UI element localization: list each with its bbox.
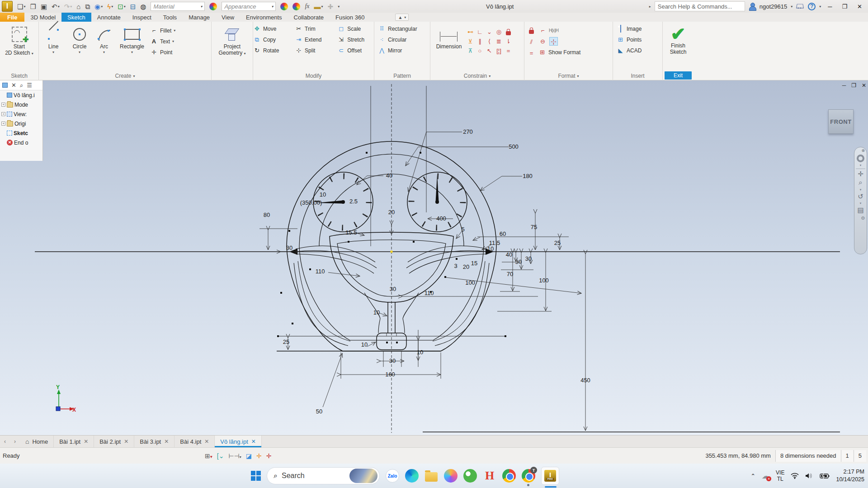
dimension-label[interactable]: 60: [500, 230, 506, 237]
username-label[interactable]: ngot29615: [760, 3, 787, 10]
format-equal-icon[interactable]: =: [527, 49, 536, 57]
home-button[interactable]: ⌂: [76, 3, 80, 10]
tab-fusion360[interactable]: Fusion 360: [330, 13, 370, 22]
sketch-point[interactable]: [366, 152, 368, 154]
dimension-label[interactable]: 30: [389, 357, 396, 364]
trim-button[interactable]: ✂Trim: [295, 24, 331, 33]
dimension-label[interactable]: 15: [471, 260, 477, 267]
orbit-icon[interactable]: ↺: [858, 193, 863, 201]
tab-bai1[interactable]: Bài 1.ipt✕: [54, 436, 94, 447]
sketch-point[interactable]: [456, 258, 458, 260]
dimension-label[interactable]: 10: [417, 349, 423, 356]
dimension-label[interactable]: 100: [465, 279, 475, 286]
dimension-label[interactable]: 30: [525, 255, 532, 262]
user-menu-arrow[interactable]: ▾: [791, 5, 793, 9]
sketch-point[interactable]: [444, 276, 446, 278]
dimension-label[interactable]: 80: [264, 211, 270, 218]
update-button[interactable]: ϟ▾: [107, 3, 113, 10]
red-h-app-icon[interactable]: H: [483, 469, 496, 483]
centerpoint-icon[interactable]: ⊖: [538, 37, 547, 46]
tab-collaborate[interactable]: Collaborate: [288, 13, 330, 22]
measure-button[interactable]: ⊟: [130, 3, 136, 10]
coincident-constraint-icon[interactable]: ⌄: [485, 28, 494, 36]
insert-acad-button[interactable]: ◣ACAD: [617, 46, 662, 55]
help-menu-arrow[interactable]: ▾: [819, 5, 821, 9]
adjust-color-icon[interactable]: [209, 3, 217, 10]
dimension-label[interactable]: 30: [286, 244, 292, 251]
windows-start-button[interactable]: [251, 471, 261, 481]
dimension-label[interactable]: 40: [506, 251, 512, 258]
browser-item-sketch[interactable]: Sketc: [0, 128, 42, 138]
sketch-point[interactable]: [288, 230, 290, 232]
dimension-display-icon[interactable]: ⊢⊣▾: [228, 452, 241, 460]
appearance-combobox[interactable]: Appearance▾: [222, 2, 276, 11]
copilot-app-icon[interactable]: [444, 469, 458, 483]
tab-view[interactable]: View: [216, 13, 240, 22]
show-all-constraints-icon[interactable]: ✛: [256, 452, 262, 460]
model-canvas[interactable]: 2705001804010(350.00)2.5208040015.575605…: [0, 80, 868, 435]
tangent-constraint-icon[interactable]: ○: [476, 47, 484, 55]
dimension-label[interactable]: 30: [390, 286, 396, 292]
dimension-label[interactable]: 270: [463, 128, 473, 135]
tab-tools[interactable]: Tools: [157, 13, 183, 22]
mirror-button[interactable]: ⋀Mirror: [378, 46, 430, 55]
search-expand-arrow[interactable]: ▸: [649, 5, 651, 9]
ground-constraint-icon[interactable]: ≣: [495, 37, 503, 46]
help-search-input[interactable]: Search Help & Commands...: [655, 1, 745, 11]
dimension-label[interactable]: 3: [454, 263, 457, 269]
origin-sketch-point[interactable]: [391, 251, 393, 253]
panel-label-exit[interactable]: Exit: [665, 71, 692, 80]
chrome-app-icon[interactable]: [502, 469, 516, 483]
hide-all-constraints-icon[interactable]: ✛: [266, 452, 272, 460]
auto-dimension-icon[interactable]: ⊷: [466, 28, 475, 36]
user-avatar-icon[interactable]: [749, 3, 756, 10]
file-explorer-icon[interactable]: [425, 469, 438, 483]
browser-menu-icon[interactable]: ☰: [27, 82, 32, 89]
parallel-constraint-icon[interactable]: ∥: [476, 37, 484, 46]
sketch-point[interactable]: [505, 335, 506, 337]
dimension-label[interactable]: 25: [283, 338, 289, 345]
dimension-label[interactable]: 400: [436, 215, 446, 222]
capture-button[interactable]: ⊡▾: [118, 3, 126, 10]
material-combobox[interactable]: Material▾: [151, 2, 205, 11]
navbar-close-icon[interactable]: ⊗: [861, 149, 865, 153]
insert-image-button[interactable]: Image: [617, 24, 662, 33]
rotate-button[interactable]: ↻Rotate: [253, 46, 288, 55]
constraint-settings-icon[interactable]: ⊼: [466, 47, 475, 55]
tab-close-icon[interactable]: ✕: [84, 438, 88, 445]
tab-vo-lang[interactable]: Vô lăng.ipt✕: [215, 436, 262, 447]
search-highlight-image[interactable]: [349, 469, 377, 483]
close-button[interactable]: ✕: [854, 3, 865, 10]
tab-bai2[interactable]: Bài 2.ipt✕: [94, 436, 134, 447]
dimension-label[interactable]: 20: [463, 263, 469, 270]
zalo-app-icon[interactable]: Zalo: [386, 469, 399, 483]
rectangular-pattern-button[interactable]: ⠿Rectangular: [378, 24, 430, 33]
browser-item-end-of-part[interactable]: ✕ End o: [0, 138, 42, 147]
dimension-label[interactable]: 10: [320, 191, 326, 198]
browser-item-view[interactable]: + View:: [0, 109, 42, 119]
dimension-label[interactable]: 25: [554, 239, 561, 246]
start-2d-sketch-button[interactable]: Start 2D Sketch ▾: [5, 23, 34, 56]
sketch-point[interactable]: [277, 335, 279, 337]
rectangle-button[interactable]: Rectangle▾: [117, 23, 147, 54]
project-geometry-button[interactable]: Project Geometry ▾: [216, 23, 249, 56]
look-at-icon[interactable]: ▤: [857, 206, 863, 214]
dimension-label[interactable]: 10: [373, 309, 380, 316]
store-cart-icon[interactable]: [796, 3, 804, 9]
expander-icon[interactable]: +: [1, 112, 5, 116]
dimension-label[interactable]: 10: [361, 341, 368, 348]
taskbar-search-input[interactable]: ⌕ Search: [267, 467, 380, 484]
sketch-point[interactable]: [396, 342, 398, 343]
clear-appearance-icon[interactable]: [292, 3, 300, 10]
tab-close-icon[interactable]: ✕: [124, 438, 128, 445]
dimension-label[interactable]: 20: [388, 209, 395, 216]
view-cube[interactable]: FRONT: [828, 109, 854, 134]
text-button[interactable]: AText▾: [150, 37, 175, 46]
dimension-label[interactable]: 110: [425, 290, 434, 296]
inventor-app-icon[interactable]: I: [2, 1, 13, 12]
sketch-point[interactable]: [420, 152, 421, 154]
dimension-label[interactable]: 180: [523, 173, 533, 179]
tabs-scroll-right-button[interactable]: ›: [10, 436, 20, 447]
sketch-point[interactable]: [292, 323, 293, 324]
dimension-label[interactable]: 15.5: [345, 229, 357, 236]
